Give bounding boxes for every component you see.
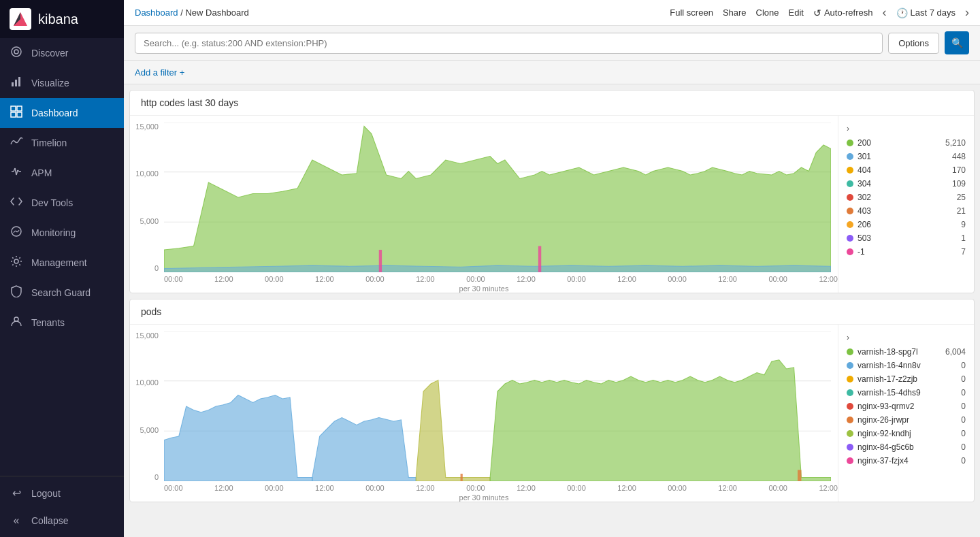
- legend-label: nginx-92-kndhj: [858, 429, 911, 438]
- legend-label: 403: [858, 206, 871, 216]
- legend-item: varnish-16-4nn8v 0: [847, 359, 966, 372]
- sidebar-item-apm[interactable]: APM: [0, 158, 124, 188]
- legend-value: 170: [952, 165, 966, 175]
- monitoring-icon: [10, 225, 23, 240]
- breadcrumb-separator: /: [180, 7, 183, 18]
- svg-rect-9: [11, 112, 16, 117]
- legend-value: 0: [961, 429, 966, 438]
- sidebar-item-label: Logout: [31, 488, 61, 499]
- legend-label: varnish-15-4dhs9: [858, 388, 921, 397]
- legend-dot: [847, 389, 853, 396]
- legend-dot: [847, 376, 853, 383]
- legend-item: varnish-18-spg7l 6,004: [847, 345, 966, 359]
- sidebar-item-monitoring[interactable]: Monitoring: [0, 218, 124, 248]
- legend-dot: [847, 208, 853, 214]
- legend-dot: [847, 362, 853, 369]
- time-nav-next[interactable]: ›: [965, 5, 969, 20]
- legend-value: 0: [961, 402, 966, 411]
- dashboard-icon: [10, 105, 23, 120]
- sidebar-item-devtools[interactable]: Dev Tools: [0, 188, 124, 218]
- logo-icon: [10, 8, 31, 30]
- sidebar-item-label: Timelion: [31, 137, 67, 148]
- legend-item: nginx-84-g5c6b 0: [847, 440, 966, 454]
- chart-svg-http-codes: [164, 123, 831, 272]
- legend-value: 0: [961, 415, 966, 425]
- full-screen-button[interactable]: Full screen: [670, 7, 713, 18]
- svg-rect-25: [538, 246, 541, 273]
- sidebar-item-label: APM: [31, 167, 52, 178]
- legend-expand-icon[interactable]: ›: [847, 333, 849, 342]
- sidebar-item-tenants[interactable]: Tenants: [0, 308, 124, 338]
- legend-value: 7: [961, 247, 966, 257]
- legend-label: nginx-93-qrmv2: [858, 402, 914, 411]
- sidebar-item-searchguard[interactable]: Search Guard: [0, 278, 124, 308]
- sidebar-item-label: Management: [31, 257, 87, 268]
- legend-value: 25: [957, 193, 966, 202]
- legend-dot: [847, 403, 853, 410]
- svg-point-3: [14, 50, 18, 54]
- sidebar-item-timelion[interactable]: Timelion: [0, 128, 124, 158]
- legend-dot: [847, 194, 853, 201]
- legend-dot: [847, 430, 853, 437]
- legend-item: -1 7: [847, 245, 966, 259]
- add-filter-button[interactable]: Add a filter +: [135, 67, 184, 78]
- time-nav-prev[interactable]: ‹: [883, 5, 887, 20]
- sidebar-item-label: Dashboard: [31, 108, 78, 118]
- breadcrumb: Dashboard / New Dashboard: [135, 7, 249, 18]
- legend-dot: [847, 221, 853, 228]
- svg-rect-30: [461, 474, 463, 481]
- edit-button[interactable]: Edit: [789, 7, 804, 18]
- chart-http-codes: http codes last 30 days15,00010,0005,000…: [129, 90, 975, 293]
- legend-value: 109: [952, 179, 966, 189]
- legend-label: 301: [858, 152, 871, 161]
- sidebar-item-visualize[interactable]: Visualize: [0, 68, 124, 98]
- sidebar-item-label: Tenants: [31, 317, 65, 328]
- logout-icon: ↩: [10, 487, 23, 500]
- legend-value: 0: [961, 361, 966, 370]
- legend-item: 403 21: [847, 204, 966, 218]
- sidebar-nav: Discover Visualize Dashboard Timelion AP…: [0, 38, 124, 476]
- chart-area-http-codes: 15,00010,0005,000000:0012:0000:0012:0000…: [130, 116, 838, 293]
- legend-expand-icon[interactable]: ›: [847, 124, 849, 133]
- search-bar: Options 🔍: [124, 26, 980, 61]
- tenants-icon: [10, 315, 23, 330]
- sidebar-item-collapse[interactable]: « Collapse: [0, 507, 124, 534]
- legend-item: nginx-26-jrwpr 0: [847, 413, 966, 427]
- sidebar-item-management[interactable]: Management: [0, 248, 124, 278]
- svg-rect-31: [798, 470, 801, 482]
- sidebar-item-label: Collapse: [31, 515, 68, 526]
- svg-point-19: [14, 317, 18, 321]
- sidebar-bottom: ↩ Logout « Collapse: [0, 476, 124, 537]
- sidebar-item-label: Dev Tools: [31, 197, 73, 208]
- svg-line-14: [16, 170, 18, 175]
- sidebar-item-discover[interactable]: Discover: [0, 38, 124, 68]
- clone-button[interactable]: Clone: [756, 7, 779, 18]
- sidebar-item-logout[interactable]: ↩ Logout: [0, 479, 124, 507]
- legend-dot: [847, 180, 853, 187]
- main-content: Dashboard / New Dashboard Full screen Sh…: [124, 0, 980, 537]
- sidebar-item-label: Monitoring: [31, 227, 76, 238]
- legend-value: 9: [961, 220, 966, 229]
- search-button[interactable]: 🔍: [945, 31, 969, 54]
- sidebar-item-dashboard[interactable]: Dashboard: [0, 98, 124, 128]
- share-button[interactable]: Share: [723, 7, 747, 18]
- legend-dot: [847, 140, 853, 146]
- options-button[interactable]: Options: [888, 33, 939, 54]
- svg-rect-7: [11, 106, 16, 111]
- search-input[interactable]: [135, 33, 883, 54]
- legend-value: 448: [952, 152, 966, 161]
- searchguard-icon: [10, 285, 23, 300]
- legend-label: -1: [858, 247, 865, 257]
- legend-item: 301 448: [847, 150, 966, 163]
- svg-point-18: [14, 259, 18, 263]
- legend-dot: [847, 153, 853, 160]
- auto-refresh-button[interactable]: ↺ Auto-refresh: [813, 7, 873, 18]
- sidebar: kibana Discover Visualize Dashboard Time…: [0, 0, 124, 537]
- time-range-selector[interactable]: 🕐 Last 7 days: [896, 7, 956, 18]
- visualize-icon: [10, 76, 23, 91]
- legend-value: 21: [957, 206, 966, 216]
- breadcrumb-link[interactable]: Dashboard: [135, 7, 178, 18]
- legend-label: varnish-18-spg7l: [858, 347, 918, 357]
- legend-label: nginx-26-jrwpr: [858, 415, 909, 425]
- legend-label: 404: [858, 165, 871, 175]
